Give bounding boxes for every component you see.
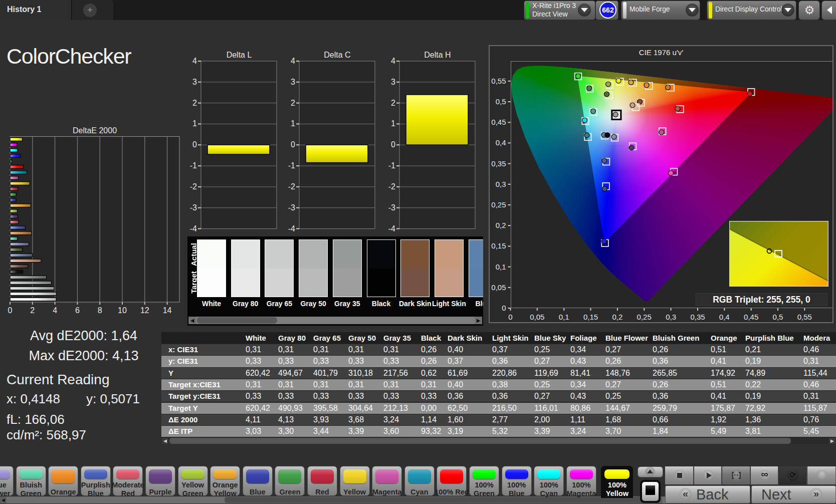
svg-text:8: 8 <box>98 306 102 315</box>
svg-text:6: 6 <box>75 306 80 315</box>
svg-text:10: 10 <box>118 306 127 315</box>
svg-text:-4: -4 <box>190 224 197 233</box>
svg-text:-3: -3 <box>288 203 295 212</box>
svg-text:0: 0 <box>192 140 197 149</box>
svg-text:4: 4 <box>53 306 57 315</box>
svg-text:4: 4 <box>192 57 197 65</box>
svg-text:2: 2 <box>291 99 295 107</box>
svg-text:2: 2 <box>30 306 35 315</box>
svg-text:0: 0 <box>391 140 395 149</box>
svg-text:3: 3 <box>192 78 197 86</box>
svg-text:-2: -2 <box>388 182 395 191</box>
svg-text:14: 14 <box>163 306 172 315</box>
svg-text:1: 1 <box>291 119 295 128</box>
svg-text:3: 3 <box>391 78 395 86</box>
svg-text:1: 1 <box>391 119 395 128</box>
svg-text:-3: -3 <box>388 203 395 212</box>
svg-text:0: 0 <box>8 306 13 315</box>
svg-text:DeltaE 2000: DeltaE 2000 <box>73 126 117 135</box>
svg-text:-2: -2 <box>288 182 295 191</box>
svg-text:Delta L: Delta L <box>227 51 252 59</box>
svg-text:0: 0 <box>291 140 295 149</box>
svg-text:12: 12 <box>140 306 149 315</box>
svg-text:-1: -1 <box>190 161 197 170</box>
svg-text:-1: -1 <box>288 161 295 170</box>
svg-text:4: 4 <box>391 57 395 65</box>
svg-text:4: 4 <box>291 57 295 65</box>
svg-text:-3: -3 <box>190 203 197 212</box>
svg-text:-1: -1 <box>388 161 395 170</box>
svg-text:Delta C: Delta C <box>324 51 350 59</box>
svg-text:2: 2 <box>192 99 197 107</box>
svg-text:-4: -4 <box>388 224 395 233</box>
svg-text:-2: -2 <box>190 182 197 191</box>
svg-text:2: 2 <box>391 99 395 107</box>
svg-text:1: 1 <box>192 119 197 128</box>
svg-text:-4: -4 <box>288 224 295 233</box>
svg-text:3: 3 <box>291 78 295 86</box>
svg-text:Delta H: Delta H <box>424 51 451 59</box>
